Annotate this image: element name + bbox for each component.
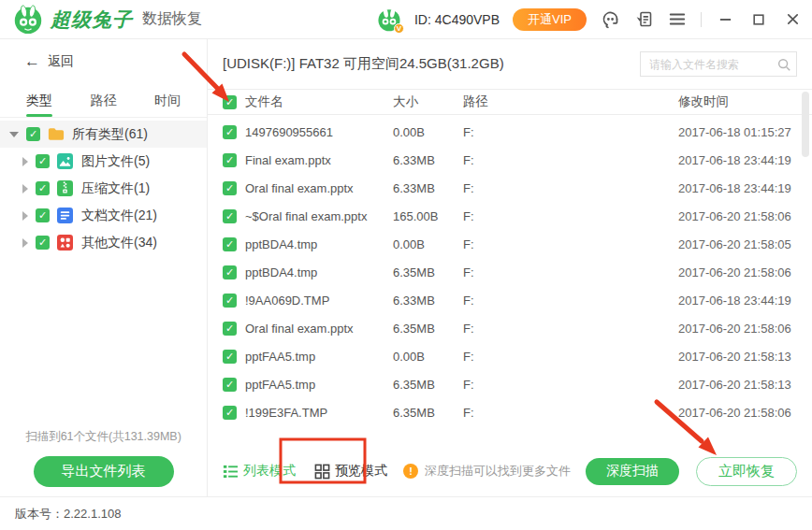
row-checkbox[interactable] [223,237,237,251]
row-checkbox[interactable] [223,322,237,336]
table-row[interactable]: pptBDA4.tmp 0.00B F: 2017-06-20 21:58:05 [208,230,812,258]
file-path: F: [463,406,678,420]
file-path: F: [463,237,678,251]
table-row[interactable]: pptFAA5.tmp 6.35MB F: 2017-06-20 21:58:1… [208,370,812,398]
export-file-list-button[interactable]: 导出文件列表 [34,456,174,487]
file-name: Oral final exam.pptx [245,322,393,336]
close-button[interactable] [782,9,803,30]
back-label: 返回 [48,53,74,70]
list-mode-button[interactable]: 列表模式 [221,459,297,483]
file-size: 6.35MB [393,265,463,279]
scrollbar[interactable] [802,92,809,157]
preview-mode-label: 预览模式 [335,463,387,480]
tree-checkbox[interactable] [36,208,50,222]
row-checkbox[interactable] [223,125,237,139]
table-row[interactable]: !9AA069D.TMP 6.33MB F: 2017-06-18 23:44:… [208,286,812,314]
tree-checkbox[interactable] [36,181,50,195]
back-button[interactable]: ← 返回 [0,39,207,84]
column-header-size: 大小 [393,93,463,110]
other-file-icon [57,235,74,251]
table-row[interactable]: Oral final exam.pptx 6.33MB F: 2017-06-1… [208,174,812,202]
search-icon[interactable] [772,57,796,72]
file-size: 6.33MB [393,153,463,167]
sidebar: ← 返回 类型 路径 时间 所有类型(61) [0,39,208,496]
menu-icon[interactable] [667,9,688,30]
tree-item-all-types[interactable]: 所有类型(61) [0,121,207,148]
file-size: 0.00B [393,237,463,251]
recover-now-button[interactable]: 立即恢复 [696,457,797,486]
deep-scan-hint-group: 深度扫描可以找到更多文件 [403,463,571,480]
file-name: !9AA069D.TMP [245,294,393,308]
file-list: 1497690955661 0.00B F: 2017-06-18 01:15:… [208,115,812,426]
search-input[interactable] [641,58,772,71]
caret-down-icon[interactable] [9,132,19,137]
tree-item-image-files[interactable]: 图片文件(5) [0,148,207,175]
tree-checkbox[interactable] [36,236,50,250]
main-panel: [UDISK(F:)] FAT32 可用空间24.5GB(31.2GB) 文件名… [208,39,812,496]
feedback-icon[interactable] [633,9,654,30]
titlebar-separator [701,12,702,27]
file-path: F: [463,181,678,195]
tree-checkbox[interactable] [36,154,50,168]
row-checkbox[interactable] [223,181,237,195]
tree-item-other-files[interactable]: 其他文件(34) [0,229,207,256]
caret-right-icon[interactable] [22,238,28,248]
row-checkbox[interactable] [223,350,237,364]
tab-type[interactable]: 类型 [26,84,52,117]
document-file-icon [57,208,74,224]
user-avatar[interactable]: V [377,7,401,32]
tab-time[interactable]: 时间 [154,84,181,117]
table-row[interactable]: pptFAA5.tmp 0.00B F: 2017-06-20 21:58:13 [208,342,812,370]
file-size: 6.35MB [393,322,463,336]
file-type-tree: 所有类型(61) 图片文件(5) 压缩文件(1) [0,118,207,256]
file-size: 6.35MB [393,378,463,392]
row-checkbox[interactable] [223,406,237,420]
customer-service-icon[interactable] [600,9,620,30]
file-name: pptFAA5.tmp [245,378,393,392]
file-modified-time: 2017-06-18 01:15:27 [678,125,812,139]
table-row[interactable]: pptBDA4.tmp 6.35MB F: 2017-06-20 21:58:0… [208,258,812,286]
row-checkbox[interactable] [223,294,237,308]
preview-mode-button[interactable]: 预览模式 [312,459,389,483]
deep-scan-hint: 深度扫描可以找到更多文件 [425,463,571,480]
minimize-button[interactable] [715,9,735,30]
bottom-toolbar: 列表模式 预览模式 深度扫描可以找到更多文件 深度扫描 立即恢复 [208,446,812,496]
row-checkbox[interactable] [223,153,237,167]
list-mode-icon [223,464,239,480]
tab-path[interactable]: 路径 [91,84,117,117]
tree-item-document-files[interactable]: 文档文件(21) [0,202,207,229]
caret-right-icon[interactable] [22,211,28,221]
file-path: F: [463,265,678,279]
caret-right-icon[interactable] [22,184,28,193]
file-modified-time: 2017-06-18 23:44:19 [678,181,812,195]
table-row[interactable]: ~$Oral final exam.pptx 165.00B F: 2017-0… [208,202,812,230]
row-checkbox[interactable] [223,378,237,392]
maximize-button[interactable] [748,9,769,30]
user-id: ID: 4C490VPB [414,12,500,27]
archive-file-icon [57,180,74,197]
brand-name: 超级兔子 [51,7,133,33]
product-name: 数据恢复 [142,9,202,29]
file-name: Oral final exam.pptx [245,181,393,195]
open-vip-button[interactable]: 开通VIP [513,8,587,31]
sidebar-tabs: 类型 路径 时间 [0,84,207,118]
file-path: F: [463,378,678,392]
select-all-checkbox[interactable] [223,95,237,109]
table-row[interactable]: Final exam.pptx 6.33MB F: 2017-06-18 23:… [208,146,812,174]
deep-scan-button[interactable]: 深度扫描 [586,458,679,485]
file-path: F: [463,294,678,308]
table-row[interactable]: Oral final exam.pptx 6.35MB F: 2017-06-2… [208,314,812,342]
file-path: F: [463,125,678,139]
tree-item-label: 所有类型(61) [72,126,148,143]
caret-right-icon[interactable] [22,157,28,166]
file-size: 165.00B [393,209,463,223]
row-checkbox[interactable] [223,209,237,223]
file-size: 6.33MB [393,181,463,195]
row-checkbox[interactable] [223,265,237,279]
tree-item-archive-files[interactable]: 压缩文件(1) [0,175,207,202]
table-row[interactable]: !199E3FA.TMP 6.35MB F: 2017-06-20 21:58:… [208,398,812,426]
tree-checkbox[interactable] [26,127,40,141]
warning-icon [403,464,418,479]
file-path: F: [463,209,678,223]
table-row[interactable]: 1497690955661 0.00B F: 2017-06-18 01:15:… [208,118,812,146]
